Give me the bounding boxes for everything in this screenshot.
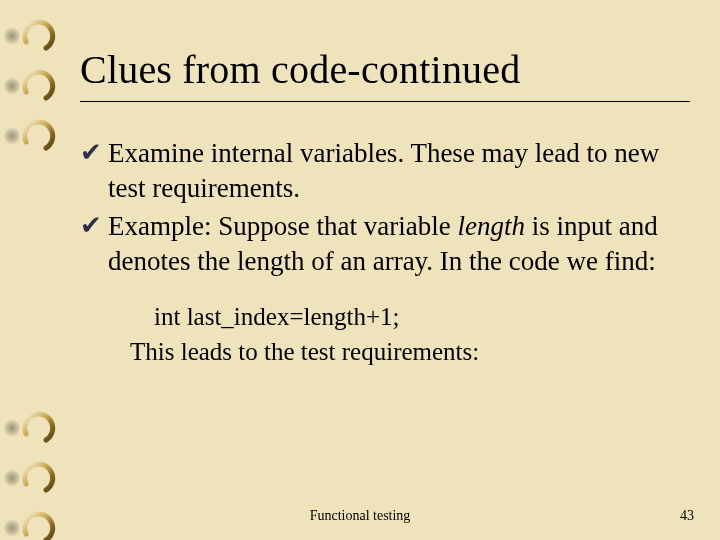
bullet-text: Examine internal variables. These may le… xyxy=(108,136,690,205)
ring-icon xyxy=(22,118,56,152)
checkmark-icon: ✔ xyxy=(80,136,102,205)
code-line: int last_index=length+1; xyxy=(154,300,690,333)
bullet-item: ✔ Examine internal variables. These may … xyxy=(80,136,690,205)
bullet-list: ✔ Examine internal variables. These may … xyxy=(80,136,690,278)
ring-shadow xyxy=(4,126,20,146)
binder-rings xyxy=(0,0,56,540)
ring-shadow xyxy=(4,76,20,96)
ring-shadow xyxy=(4,418,20,438)
bullet-item: ✔ Example: Suppose that variable length … xyxy=(80,209,690,278)
ring-icon xyxy=(22,460,56,494)
title-rule xyxy=(80,101,690,102)
ring-shadow xyxy=(4,26,20,46)
slide-title: Clues from code-continued xyxy=(80,46,690,93)
ring-icon xyxy=(22,68,56,102)
content-area: Clues from code-continued ✔ Examine inte… xyxy=(80,46,690,368)
italic-var: length xyxy=(457,211,525,241)
ring-icon xyxy=(22,18,56,52)
footer-page-number: 43 xyxy=(680,508,694,524)
slide: Clues from code-continued ✔ Examine inte… xyxy=(0,0,720,540)
sub-block: int last_index=length+1; This leads to t… xyxy=(130,300,690,368)
checkmark-icon: ✔ xyxy=(80,209,102,278)
footer-center: Functional testing xyxy=(0,508,720,524)
ring-shadow xyxy=(4,468,20,488)
sub-follow: This leads to the test requirements: xyxy=(130,335,690,368)
bullet-text: Example: Suppose that variable length is… xyxy=(108,209,690,278)
ring-icon xyxy=(22,410,56,444)
